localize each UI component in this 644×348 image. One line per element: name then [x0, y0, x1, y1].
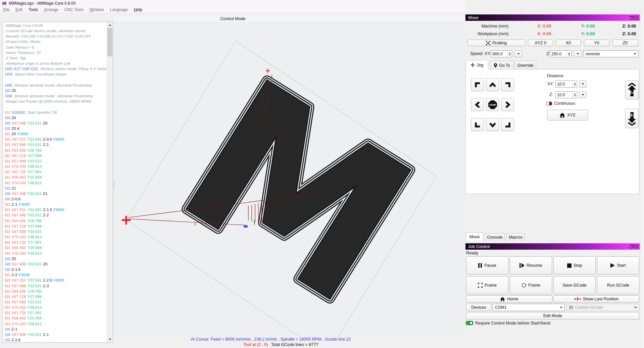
speed-z-input[interactable]: 250.0: [550, 50, 572, 57]
tab-jog[interactable]: Jog: [466, 60, 488, 69]
show-last-position-button[interactable]: Show Last Position: [553, 295, 639, 303]
run-gcode-button[interactable]: Run GCode: [597, 276, 639, 294]
gcode-line[interactable]: G1X70.243Y38.813: [5, 321, 109, 327]
gcode-line[interactable]: G54;Select New Coordinate Datum: [5, 71, 109, 77]
gcode-line[interactable]: G1X70.243Y38.813: [5, 234, 109, 240]
gcode-line[interactable]: ;Safe Retract = 6: [5, 45, 109, 50]
jog-y-minus-button[interactable]: [486, 118, 499, 131]
panel-scroll-strip[interactable]: [640, 13, 644, 348]
gcode-line[interactable]: G1X70.243Y38.813: [5, 251, 109, 256]
distance-xy-input[interactable]: 10.0: [555, 81, 577, 88]
resume-button[interactable]: Resume: [510, 256, 552, 275]
float-panel-icon[interactable]: [630, 245, 634, 248]
stop-button[interactable]: Stop: [553, 256, 596, 275]
speed-xy-stepper[interactable]: [507, 51, 512, 57]
gcode-line[interactable]: [5, 77, 109, 83]
gcode-line[interactable]: G1X68.463Y25.958: [5, 315, 109, 321]
jog-stop-button[interactable]: STOP: [486, 98, 499, 111]
jog-up-right-button[interactable]: [501, 78, 514, 91]
save-gcode-button[interactable]: Save GCode: [553, 276, 596, 294]
gcode-line[interactable]: G1X61.726Y27.981: [5, 240, 109, 245]
gcode-scrollbar[interactable]: [107, 22, 113, 342]
edit-mode-button[interactable]: Edit Mode: [466, 312, 639, 319]
port-combo[interactable]: COM1: [493, 304, 565, 311]
float-panel-icon[interactable]: [630, 16, 634, 19]
tab-goto[interactable]: Go To: [490, 61, 514, 69]
gcode-line[interactable]: G1X67.998Y33.531Z-2: [5, 212, 109, 218]
speed-xy-input[interactable]: 800.0: [491, 50, 512, 57]
tab-macros[interactable]: Macros: [506, 233, 525, 241]
gcode-line[interactable]: G1X67.251Y32.582Z-1.5F6000: [5, 207, 109, 212]
menu-tools[interactable]: Tools: [26, 7, 41, 12]
gcode-line[interactable]: G0Z6: [5, 88, 109, 93]
gcode-line[interactable]: ;Workpiece origin is at the Bottom Left: [5, 61, 109, 66]
distance-z-input[interactable]: 10.0: [555, 91, 577, 98]
scroll-up-icon[interactable]: [107, 22, 113, 28]
distance-z-stepper[interactable]: [572, 92, 577, 98]
splitter-grip[interactable]: [114, 182, 114, 189]
gcode-panel[interactable]: ;MillMage Core 0.8.00;Custom GCode devic…: [3, 22, 113, 343]
gcode-line[interactable]: G1X67.998Y33.531Z-3: [5, 283, 109, 289]
panel-splitter[interactable]: ······: [550, 240, 558, 243]
gcode-line[interactable]: G0X67.998Y33.531Z-1: [5, 332, 109, 337]
x-zero-button[interactable]: X0: [556, 40, 581, 46]
close-panel-icon[interactable]: [635, 16, 638, 19]
speed-z-stepper[interactable]: [566, 51, 571, 57]
tab-override[interactable]: Override: [514, 61, 536, 69]
gcode-line[interactable]: G1X67.218Y27.898: [5, 153, 109, 158]
start-button[interactable]: Start: [597, 256, 639, 275]
z-zero-button[interactable]: Z0: [612, 40, 638, 46]
gcode-line[interactable]: G1Z-1F3000: [5, 202, 109, 207]
menu-language[interactable]: Language: [107, 7, 131, 12]
menu-arrange[interactable]: Arrange: [41, 7, 61, 12]
scrollbar-thumb[interactable]: [107, 28, 112, 56]
gcode-line[interactable]: G1X67.998Y33.531Z-1: [5, 142, 109, 147]
gcode-line[interactable]: ;MillMage Core 0.8.00: [5, 23, 109, 28]
xyz-zero-button[interactable]: XYZ 0: [528, 40, 553, 46]
gcode-line[interactable]: G90;Restore absolute mode , Absolute Pos…: [5, 93, 109, 99]
z-plus-button[interactable]: Z+: [625, 81, 639, 99]
distance-z-dropdown[interactable]: [579, 91, 587, 98]
gcode-line[interactable]: ;Project Units: Metric: [5, 39, 109, 44]
gcode-line[interactable]: G1X67.251Y32.582Z-2.5F6000: [5, 278, 109, 283]
gcode-line[interactable]: G1X61.726Y27.981: [5, 310, 109, 315]
gcode-line[interactable]: G1X68.463Y25.958: [5, 245, 109, 250]
gcode-line[interactable]: ;Z Zero: Top: [5, 55, 109, 61]
menu-file[interactable]: File: [0, 7, 12, 12]
gcode-line[interactable]: ;Bounds: X22.334 Y19.082 to X127.666 Y13…: [5, 34, 109, 39]
jog-x-plus-button[interactable]: [501, 98, 514, 111]
gcode-line[interactable]: G1X64.266Y28.785: [5, 218, 109, 223]
gcode-list[interactable]: ;MillMage Core 0.8.00;Custom GCode devic…: [3, 22, 109, 343]
profile-combo[interactable]: M Custom GCode: [566, 304, 639, 311]
y-zero-button[interactable]: Y0: [584, 40, 609, 46]
gcode-line[interactable]: G1X67.998Y33.531: [5, 229, 109, 234]
scroll-down-icon[interactable]: [107, 337, 113, 342]
gcode-line[interactable]: G0Z0: [5, 256, 109, 261]
gcode-line[interactable]: G1X67.218Y27.898: [5, 223, 109, 229]
jog-down-right-button[interactable]: [501, 118, 514, 131]
distance-xy-dropdown[interactable]: [579, 81, 587, 88]
gcode-line[interactable]: ;Rough Out Pocket @ 6000 mm/min, 18000 R…: [5, 99, 109, 104]
gcode-line[interactable]: G1X68.463Y25.958: [5, 175, 109, 180]
menu-window[interactable]: Window: [87, 7, 107, 12]
gcode-line[interactable]: G0X67.998Y33.531Z1: [5, 191, 109, 196]
gcode-line[interactable]: G1X70.243Y38.813: [5, 164, 109, 169]
gcode-line[interactable]: G0X67.998Y33.531Z0: [5, 261, 109, 267]
speed-xy-dropdown[interactable]: [514, 50, 522, 57]
gcode-line[interactable]: G0Z-2.6: [5, 337, 109, 343]
units-combo[interactable]: mm/min: [583, 50, 639, 57]
menu-edit[interactable]: Edit: [12, 7, 26, 12]
home-xyz-button[interactable]: XYZ: [547, 110, 588, 120]
toolpath-viewport[interactable]: M M M M M M: [113, 22, 465, 337]
gcode-line[interactable]: [5, 104, 109, 109]
gcode-line[interactable]: G0Z0.4: [5, 126, 109, 131]
z-minus-button[interactable]: Z-: [625, 109, 639, 128]
gcode-line[interactable]: ;Custom GCode device profile, absolute c…: [5, 28, 109, 34]
gcode-line[interactable]: G90;Restore absolute mode, Absolute Posi…: [5, 83, 109, 88]
gcode-line[interactable]: M3S18000;Start Spindle CW: [5, 110, 109, 115]
require-control-mode-toggle[interactable]: [466, 321, 473, 325]
menu-help[interactable]: Help: [131, 7, 145, 12]
gcode-line[interactable]: G0Z-1.6: [5, 267, 109, 272]
gcode-line[interactable]: G1X70.243Y38.813: [5, 305, 109, 310]
home-button[interactable]: Home: [466, 295, 552, 303]
